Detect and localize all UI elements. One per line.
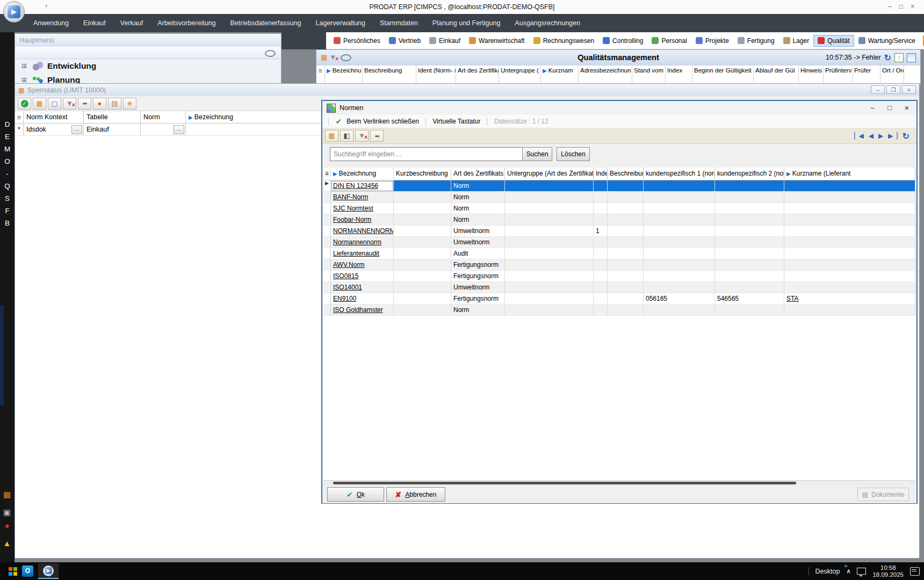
ok-button[interactable]: ✔ Ok xyxy=(327,487,384,502)
qm-column-header[interactable]: Untergruppe ( xyxy=(499,66,541,84)
cell-kundenspezifisch_2[interactable] xyxy=(715,237,784,248)
cell-kurzname[interactable] xyxy=(784,259,915,271)
normen-column-header[interactable]: Kurzbeschreibung xyxy=(394,168,451,180)
table-row[interactable]: ISO GoldhamsterNorm xyxy=(323,305,915,316)
normen-column-header[interactable]: Art des Zertifikats xyxy=(451,168,505,180)
column-header-norm-kontext[interactable]: Norm Kontext xyxy=(24,111,84,123)
normen-column-header[interactable]: Index xyxy=(594,168,608,180)
cell-kurzname[interactable] xyxy=(784,226,915,237)
prodat-logo-icon[interactable]: ▶ xyxy=(3,1,25,23)
table-row[interactable]: LieferantenauditAudit xyxy=(323,248,915,259)
normen-column-header[interactable]: kundenspezifisch 2 (normzert) xyxy=(715,168,784,180)
minimize-icon[interactable]: – xyxy=(888,2,892,11)
cell-kurzbeschreibung[interactable] xyxy=(394,248,451,259)
tab-wartung-service[interactable]: Wartung/Service xyxy=(854,35,920,47)
cell-art[interactable]: Norm xyxy=(451,203,505,214)
cell-art[interactable]: Norm xyxy=(451,180,505,192)
cell-kurzname[interactable] xyxy=(784,271,915,282)
table-row[interactable]: ▶DIN EN 123456Norm xyxy=(323,180,915,192)
cell-art[interactable]: Umweltnorm xyxy=(451,237,505,248)
menu-item-ausgangsrechnungen[interactable]: Ausgangsrechnungen xyxy=(515,19,580,27)
docked-sidebar[interactable]: DEMO-QSFB ▦ ▣ ● ▲ xyxy=(0,32,15,562)
cell-kundenspezifisch_2[interactable] xyxy=(715,271,784,282)
cell-kundenspezifisch_1[interactable] xyxy=(644,282,715,293)
table-row[interactable]: Foobar-NormNorm xyxy=(323,214,915,226)
cell-art[interactable]: Fertigungsnorm xyxy=(451,271,505,282)
tab-qualit-t[interactable]: Qualität xyxy=(813,35,854,47)
cell-kundenspezifisch_1[interactable] xyxy=(644,192,715,203)
cell-kundenspezifisch_1[interactable] xyxy=(644,305,715,316)
close-icon[interactable]: × xyxy=(898,101,915,114)
record-icon[interactable]: ● xyxy=(2,521,12,531)
table-row[interactable]: ISO14001Umweltnorm xyxy=(323,282,915,293)
cell-kundenspezifisch_2[interactable] xyxy=(715,192,784,203)
cell-art[interactable]: Audit xyxy=(451,248,505,259)
qm-column-header[interactable]: Ort / Ordn xyxy=(880,66,904,84)
tab-fertigung[interactable]: Fertigung xyxy=(733,35,779,47)
menu-item-einkauf[interactable]: Einkauf xyxy=(83,19,106,27)
tab-warenwirtschaft[interactable]: Warenwirtschaft xyxy=(465,35,529,47)
export-icon[interactable]: ↑ xyxy=(894,53,904,62)
cell-index[interactable] xyxy=(594,214,608,226)
warning-icon[interactable]: ▲ xyxy=(2,539,12,548)
refresh-icon[interactable]: ↻ xyxy=(903,131,909,141)
cell-beschreibung[interactable] xyxy=(608,180,644,192)
cell-bezeichnung[interactable]: ISO14001 xyxy=(331,282,394,293)
cell-untergruppe[interactable] xyxy=(505,237,594,248)
cell-untergruppe[interactable] xyxy=(505,192,594,203)
cell-bezeichnung[interactable]: EN9100 xyxy=(331,293,394,305)
cell-beschreibung[interactable] xyxy=(608,293,644,305)
taskbar-clock[interactable]: 10:58 18.09.2025 xyxy=(872,564,904,578)
visibility-icon[interactable] xyxy=(265,50,276,57)
window-button[interactable]: ▢ xyxy=(48,98,61,110)
qm-column-header[interactable]: Index xyxy=(666,66,692,84)
restore-icon[interactable]: ❐ xyxy=(886,85,900,94)
ellipsis-button[interactable]: … xyxy=(71,125,82,134)
normen-column-header[interactable]: ▶Kurzname (Lieferant xyxy=(784,168,915,180)
cell-beschreibung[interactable] xyxy=(608,192,644,203)
cell-bezeichnung[interactable]: AWV.Norm xyxy=(331,259,394,271)
last-record-icon[interactable]: ▶▕ xyxy=(888,132,897,140)
cell-index[interactable] xyxy=(594,282,608,293)
cell-kurzname[interactable] xyxy=(784,248,915,259)
cell-kurzname[interactable] xyxy=(784,282,915,293)
cell-kundenspezifisch_2[interactable] xyxy=(715,248,784,259)
next-record-icon[interactable]: ▶ xyxy=(878,132,883,140)
windows-start-icon[interactable] xyxy=(9,567,17,576)
cell-kurzbeschreibung[interactable] xyxy=(394,203,451,214)
prodat-taskbar-button[interactable]: ▶ xyxy=(38,563,59,579)
normen-column-header[interactable]: Untergruppe (Art des Zertifikats) xyxy=(505,168,594,180)
cell-art[interactable]: Umweltnorm xyxy=(451,226,505,237)
maximize-icon[interactable]: □ xyxy=(881,101,898,114)
cell-index[interactable]: 1 xyxy=(594,226,608,237)
cell-kurzbeschreibung[interactable] xyxy=(394,271,451,282)
network-icon[interactable] xyxy=(857,568,866,575)
cell-kurzbeschreibung[interactable] xyxy=(394,180,451,192)
cell-kurzname[interactable] xyxy=(784,214,915,226)
cell-beschreibung[interactable] xyxy=(608,226,644,237)
cell-untergruppe[interactable] xyxy=(505,248,594,259)
table-row[interactable]: EN9100Fertigungsnorm056165546565STA xyxy=(323,293,915,305)
cell-untergruppe[interactable] xyxy=(505,259,594,271)
table-button[interactable]: ▦ xyxy=(33,98,46,110)
cell-art[interactable]: Fertigungsnorm xyxy=(451,293,505,305)
normen-column-header[interactable]: Beschreibung xyxy=(608,168,644,180)
cell-beschreibung[interactable] xyxy=(608,271,644,282)
cell-kurzbeschreibung[interactable] xyxy=(394,282,451,293)
cell-kurzname[interactable] xyxy=(784,237,915,248)
cell-norm-kontext[interactable]: Idsdok… xyxy=(24,124,84,135)
sperrstatus-titlebar[interactable]: ▦ Sperrstatus (LIMIT 10000) – ❐ × xyxy=(15,84,919,96)
qm-column-header[interactable]: Ident (Norm- / xyxy=(416,66,456,84)
qm-column-header[interactable]: Adressbezeichnun xyxy=(579,66,632,84)
cell-bezeichnung[interactable]: DIN EN 123456 xyxy=(331,180,394,192)
tab-personal[interactable]: Personal xyxy=(647,35,691,47)
menu-item-lagerverwaltung[interactable]: Lagerverwaltung xyxy=(316,19,365,27)
menu-item-betriebsdatenerfassung[interactable]: Betriebsdatenerfassung xyxy=(230,19,301,27)
table-row[interactable]: ISO0815Fertigungsnorm xyxy=(323,271,915,282)
tree-item-entwicklung[interactable]: ⊞ Entwicklung xyxy=(15,59,281,73)
menu-item-planung-und-fertigung[interactable]: Planung und Fertigung xyxy=(432,19,500,27)
expand-icon[interactable]: ⊞ xyxy=(21,62,28,70)
qm-column-header[interactable]: ▶Bezeichnu xyxy=(325,66,363,84)
qm-column-header[interactable]: Prüfer xyxy=(853,66,880,84)
cell-bezeichnung[interactable]: Foobar-Norm xyxy=(331,214,394,226)
